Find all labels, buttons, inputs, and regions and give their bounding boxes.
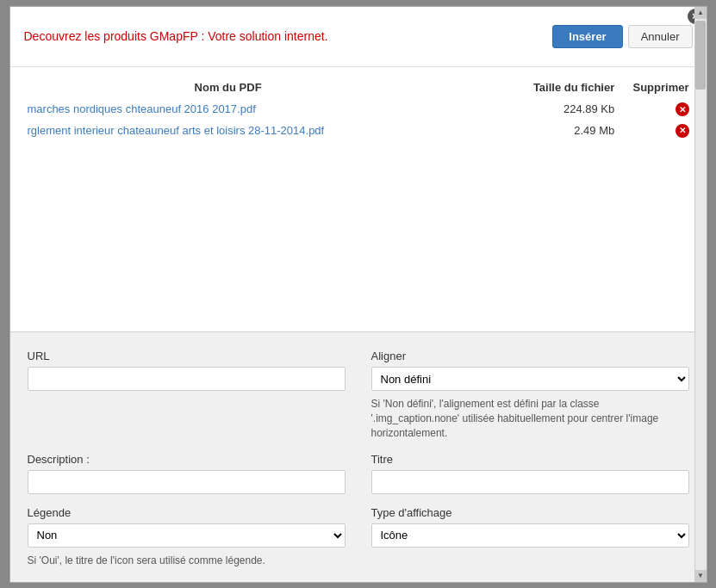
file-size: 224.89 Kb [433, 99, 619, 121]
description-input[interactable] [28, 470, 346, 494]
insert-button[interactable]: Insérer [552, 25, 622, 48]
button-group: Insérer Annuler [552, 25, 692, 48]
titre-label: Titre [371, 453, 689, 466]
top-bar: Decouvrez les produits GMapFP : Votre so… [10, 7, 707, 67]
form-section: URL Aligner Non définiGaucheDroiteCentre… [10, 331, 707, 581]
delete-cell: ✕ [618, 99, 692, 121]
col-header-name: Nom du PDF [24, 76, 433, 99]
modal: × Decouvrez les produits GMapFP : Votre … [9, 6, 707, 583]
promo-text: Decouvrez les produits GMapFP : Votre so… [24, 29, 328, 43]
description-label: Description : [28, 453, 346, 466]
titre-input[interactable] [371, 470, 689, 494]
url-input[interactable] [28, 367, 346, 391]
scrollbar[interactable]: ▲ ▼ [694, 7, 707, 582]
type-affichage-group: Type d'affichage IcôneLienBouton [371, 506, 689, 568]
type-affichage-label: Type d'affichage [371, 506, 689, 519]
scroll-thumb[interactable] [695, 21, 706, 90]
aligner-group: Aligner Non définiGaucheDroiteCentre Si … [371, 350, 689, 440]
delete-cell: ✕ [618, 120, 692, 141]
delete-icon[interactable]: ✕ [676, 124, 689, 138]
cancel-button[interactable]: Annuler [628, 25, 693, 48]
table-row: rglement interieur chateauneuf arts et l… [24, 120, 693, 141]
legende-group: Légende NonOui Si 'Oui', le titre de l'i… [28, 506, 346, 568]
legende-hint: Si 'Oui', le titre de l'icon sera utilis… [28, 554, 346, 568]
scroll-down-arrow[interactable]: ▼ [694, 570, 707, 582]
col-header-delete: Supprimer [618, 76, 692, 99]
aligner-hint: Si 'Non défini', l'alignement est défini… [371, 397, 689, 440]
url-label: URL [28, 350, 346, 362]
delete-icon[interactable]: ✕ [676, 102, 689, 116]
file-size: 2.49 Mb [433, 120, 619, 141]
legende-select[interactable]: NonOui [28, 523, 346, 548]
scroll-up-arrow[interactable]: ▲ [694, 7, 707, 19]
aligner-label: Aligner [371, 350, 689, 362]
file-section: Nom du PDF Taille du fichier Supprimer m… [10, 67, 707, 332]
legende-label: Légende [28, 506, 346, 519]
type-affichage-select[interactable]: IcôneLienBouton [371, 523, 689, 548]
titre-group: Titre [371, 453, 689, 494]
aligner-select[interactable]: Non définiGaucheDroiteCentre [371, 367, 689, 391]
file-link[interactable]: marches nordiques chteauneuf 2016 2017.p… [28, 102, 256, 115]
file-link[interactable]: rglement interieur chateauneuf arts et l… [28, 124, 325, 137]
url-group: URL [28, 350, 346, 440]
col-header-size: Taille du fichier [433, 76, 619, 99]
description-group: Description : [28, 453, 346, 494]
table-row: marches nordiques chteauneuf 2016 2017.p… [24, 99, 693, 121]
file-table: Nom du PDF Taille du fichier Supprimer m… [24, 76, 693, 141]
